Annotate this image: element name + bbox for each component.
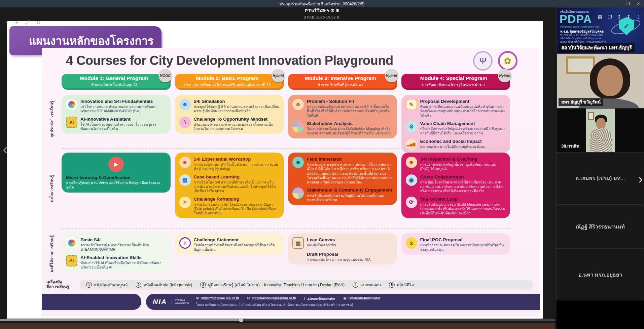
module-1-mechanisms: ▶ Micro-learning & Gamification การเรียน… [62,153,171,193]
number-badge: 2 [136,282,141,288]
participant-video-area [586,109,615,152]
ai-doc-icon: AI [66,255,77,266]
nia-logo: NIA [153,298,167,306]
facebook-icon: f [304,296,305,300]
mindset-brain-icon: ϟ [179,117,191,128]
participant-face [597,65,623,96]
network-icon: ◉ [406,174,417,186]
chevron-left-icon[interactable]: ‹ [3,141,8,157]
module-2-outcomes: ? Challenge Statement โจทย์ความท้าทายที่… [175,233,284,255]
number-badge: 4 [353,282,358,288]
tool-item: 4 แบบทดสอบ [353,282,381,288]
minimize-icon[interactable]: — [615,1,619,6]
participants-sidebar: ▤ ❐ ↥ ↧ ⋮ เพื่อเป็นไปตามกฎหมาย PDPA Pers… [557,7,644,329]
seek-knob[interactable] [239,318,243,322]
window-controls: — ❐ ✕ [615,0,640,7]
zoom-out-icon[interactable]: − [5,19,8,26]
slide-banner-title: แผนงานหลักของโครงการ [29,32,154,50]
zoom-in-icon[interactable]: + [15,19,18,26]
list-item: ϟ Challenge To Opportunity Mindset ปรับม… [179,117,280,131]
title-bar: ประชุมร่วมกับเครือข่าย 5 เครือข่าย_09042… [0,0,644,7]
hybrid-badge: Hybrid [272,69,285,82]
close-icon[interactable]: ✕ [637,1,640,6]
tool-item: 5 คลิปวิดีโอ [389,282,414,288]
module-3-outcomes: ▦ Lean Canvas แผนผังโมเดลธุรกิจ Draft Pr… [288,233,397,264]
video-seek-bar[interactable] [0,319,555,321]
participant-tile-video[interactable]: 38.กรณัท [557,108,644,152]
learning-tools-row: เครื่องมือ สื่อการเรียนรู้ 1 หนังสือฉบับ… [46,280,533,290]
row-label-mechanisms: กลไกการเรียนรู้ [48,175,55,202]
rotate-icon[interactable]: ↻ [36,19,41,26]
maze-canvas-icon: ▦ [292,237,304,249]
list-item: Draft Proposal ร่างข้อเสนอโครงการตามรูปแ… [307,252,393,262]
participant-face [596,118,606,129]
fit-screen-icon[interactable]: ⤢ [25,19,30,26]
list-item: ☻ Field Immersion การเรียนรู้ผ่านชุมชน ค… [292,157,393,184]
hybrid-badge: Hybrid [385,69,398,82]
shared-slide: แผนงานหลักของโครงการ 4 Courses for City … [7,21,543,319]
participant-caption: ณัฏฐ์ สิริวรรธนานนท์ [576,222,625,231]
list-item: ? Challenge Statement โจทย์ความท้าทายที่… [179,237,280,252]
module-2-mechanisms: ☻ S4i Experiential Workshop การเปลี่ยนทฤ… [175,153,284,218]
list-item: Basic S4i ความเข้าใจการพัฒนานวัตกรรมเบื้… [66,237,167,252]
footer-links: ⊕https://steam4i.nia.or.th ✉steam4innova… [196,296,533,300]
social-link[interactable]: ◉:@steam4innovator [343,296,380,300]
module-3-mechanisms: ☻ Field Immersion การเรียนรู้ผ่านชุมชน ค… [288,153,397,205]
hybrid-badge: Hybrid [498,69,511,82]
row-label-outcomes: ผลที่ได้จากการเรียนรู้ [48,235,55,272]
list-item: ☻ S4i Simulation ประยุกต์ใช้ทฤษฎี S4i ผ่… [179,99,280,114]
mail-icon: ✉ [247,296,250,300]
participant-caption: 38.กรณัท [559,142,582,150]
list-item: ☀ Challenge Reframing การปรับกรอบความคิด… [179,197,280,216]
ai-chip-icon: AI [66,117,77,128]
pdpa-subtitle: Personal Data Protection Act [560,25,599,28]
email-link[interactable]: ✉steam4innovator@nia.or.th [247,296,296,300]
pdpa-body-text: ทางหน่วยงาน มีการบันทึกภาพและเสียง เพื่อ… [560,33,606,44]
seek-played [0,319,241,321]
module-2-header: Module 2: Basic Program กระบวนการพัฒนานว… [175,74,284,90]
tools-label: เครื่องมือ สื่อการเรียนรู้ [46,280,75,289]
recording-datetime: 9 เม.ย. 2026 19.32 น. [0,14,644,20]
document-pencil-icon: ✎ [406,99,417,110]
s4i-wheel-icon [66,237,77,249]
list-item: Stakeholder Analysis วิเคราะห์ระบบนิเวศ … [292,121,393,136]
module-4-header: Module 4: Special Program การพัฒนาทักษะน… [401,74,510,90]
ecosystem-pie-icon [292,121,304,132]
module-1-objectives: Innovation and S4i Fundamentals เข้าใจคว… [62,95,171,134]
community-circle-icon [292,188,304,199]
list-item: ◉ Cross-Collaboration การเชื่อมโยงทรัพยา… [406,174,506,194]
tool-item: 1 หนังสือฉบับสมบูรณ์ [86,282,128,288]
number-badge: 3 [200,282,206,288]
list-item: ✎ Proposal Development พัฒนาการเขียนแผนง… [406,99,506,118]
slide-footer: NIA STEAM4 INNOVATOR ⊕https://steam4i.ni… [42,294,540,310]
facebook-link[interactable]: f:steam4innovator [304,296,335,300]
mooc-badge: MOOC [158,69,172,82]
list-item: $ Final POC Proposal แผนนำร่องและต่อยอดโ… [406,237,506,252]
number-badge: 1 [86,282,92,288]
footer-credit: โดยงานพัฒนานวัตกรรุ่นเยาว์ ฝ่ายส่งเสริมธ… [196,302,533,307]
presenter-name: P'PāŤŤ¥③ ϟ ⑤ ❄ [0,8,644,13]
university-logo-icon: Ψ [473,51,493,71]
list-item: Innovation and S4i Fundamentals เข้าใจคว… [66,99,167,114]
list-item: ▦ Lean Canvas แผนผังโมเดลธุรกิจ [292,237,393,249]
infographic-title: 4 Courses for City Development Innovatio… [66,53,393,68]
s4i-wheel-icon [66,99,77,110]
number-badge: 5 [389,282,395,288]
chevron-right-icon[interactable]: › [638,173,643,186]
participant-caption: มทร.ธัญบุรี ขวัญรัตน์ [559,98,603,106]
restore-icon[interactable]: ❐ [626,1,630,6]
growth-loop-icon: ⟳ [406,197,417,208]
list-item: ▤ Case-based Learning การเชื่อมโยง S4i ผ… [179,174,280,194]
stakeholder-person-icon: ☻ [292,99,304,110]
bottom-strip [0,323,555,329]
participant-tile-name[interactable]: อ.นพา มรภ.อยุธยา [557,249,644,300]
participant-tile-name[interactable]: อ.เอมอร (เปรม) มท... [557,152,644,204]
website-link[interactable]: ⊕https://steam4i.nia.or.th [196,296,239,300]
participant-tile-name[interactable]: ณัฏฐ์ สิริวรรธนานนท์ [557,204,644,249]
list-item: Stakeholder & Community Engagement การเข… [292,188,393,202]
dashed-divider [62,229,510,229]
footer-left-segment [42,294,141,310]
money-bag-icon: $ [406,237,417,249]
infographic-title-row: 4 Courses for City Development Innovatio… [42,48,540,73]
participant-tile-video[interactable]: มทร.ธัญบุรี ขวัญรัตน์ [557,53,644,108]
